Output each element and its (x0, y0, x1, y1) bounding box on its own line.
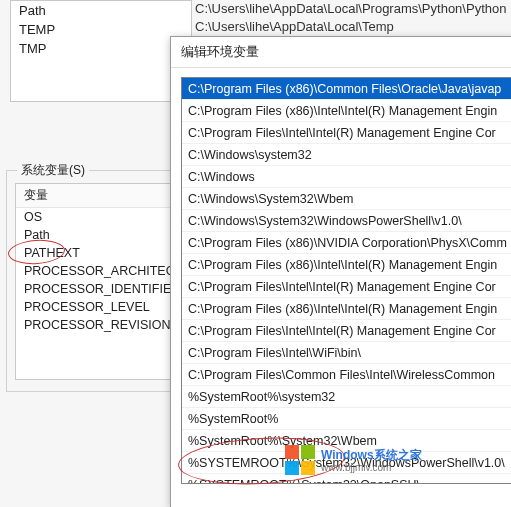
path-entry[interactable]: %SystemRoot%\system32 (182, 386, 511, 408)
path-entry[interactable]: C:\Program Files\Intel\Intel(R) Manageme… (182, 276, 511, 298)
list-item[interactable]: Path (11, 1, 191, 20)
path-entry[interactable]: %SystemRoot% (182, 408, 511, 430)
list-item[interactable]: TEMP (11, 20, 191, 39)
group-label: 系统变量(S) (17, 162, 89, 179)
path-entries-list[interactable]: C:\Program Files (x86)\Common Files\Orac… (181, 77, 511, 484)
path-entry[interactable]: C:\Program Files\Intel\WiFi\bin\ (182, 342, 511, 364)
user-variables-values: C:\Users\lihe\AppData\Local\Programs\Pyt… (195, 0, 506, 36)
path-entry[interactable]: C:\Program Files (x86)\Intel\Intel(R) Ma… (182, 298, 511, 320)
path-entry[interactable]: C:\Windows\System32\Wbem (182, 188, 511, 210)
path-entry[interactable]: %SystemRoot%\System32\Wbem (182, 430, 511, 452)
value-text: C:\Users\lihe\AppData\Local\Programs\Pyt… (195, 0, 506, 18)
path-entry[interactable]: C:\Program Files (x86)\Intel\Intel(R) Ma… (182, 100, 511, 122)
path-entry[interactable]: C:\Program Files (x86)\Common Files\Orac… (182, 78, 511, 100)
dialog-title: 编辑环境变量 (171, 37, 511, 68)
list-item[interactable]: TMP (11, 39, 191, 58)
user-variables-list[interactable]: Path TEMP TMP (10, 0, 192, 102)
value-text: C:\Users\lihe\AppData\Local\Temp (195, 18, 506, 36)
path-entry[interactable]: C:\Windows (182, 166, 511, 188)
edit-env-var-dialog: 编辑环境变量 C:\Program Files (x86)\Common Fil… (170, 36, 511, 507)
path-entry[interactable]: C:\Program Files\Intel\Intel(R) Manageme… (182, 320, 511, 342)
path-entry[interactable]: %SYSTEMROOT%\System32\OpenSSH\ (182, 474, 511, 484)
path-entry[interactable]: C:\Program Files (x86)\Intel\Intel(R) Ma… (182, 254, 511, 276)
path-entry[interactable]: %SYSTEMROOT%\System32\WindowsPowerShell\… (182, 452, 511, 474)
path-entry[interactable]: C:\Program Files\Common Files\Intel\Wire… (182, 364, 511, 386)
path-entry[interactable]: C:\Program Files (x86)\NVIDIA Corporatio… (182, 232, 511, 254)
path-entry[interactable]: C:\Program Files\Intel\Intel(R) Manageme… (182, 122, 511, 144)
path-entry[interactable]: C:\Windows\System32\WindowsPowerShell\v1… (182, 210, 511, 232)
path-entry[interactable]: C:\Windows\system32 (182, 144, 511, 166)
